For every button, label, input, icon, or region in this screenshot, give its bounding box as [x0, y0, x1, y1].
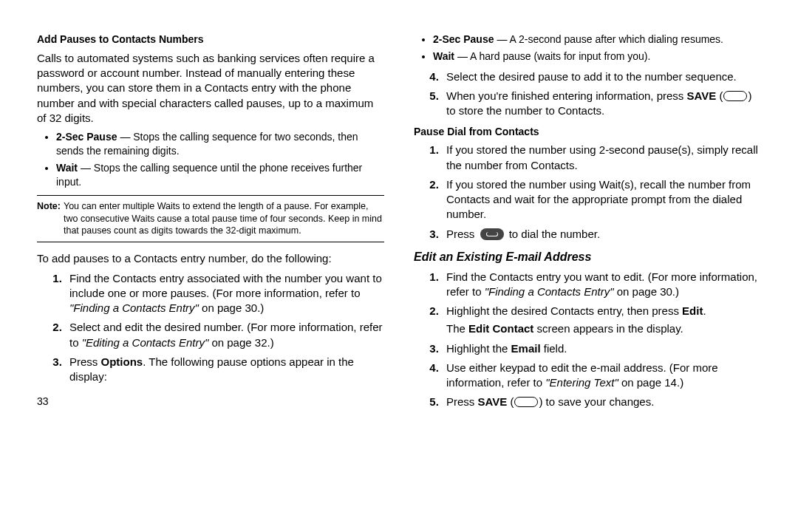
edit-contact-label: Edit Contact: [468, 322, 533, 335]
list-item: Select the desired pause to add it to th…: [442, 69, 761, 84]
list-item: Find the Contacts entry you want to edit…: [442, 270, 761, 300]
list-item: Press Options. The following pause optio…: [65, 355, 384, 385]
bullet-label: 2-Sec Pause: [433, 33, 494, 45]
list-item: Wait — Stops the calling sequence until …: [56, 161, 384, 189]
list-item: Highlight the Email field.: [442, 341, 761, 356]
right-column: 2-Sec Pause — A 2-second pause after whi…: [414, 33, 761, 416]
lead-sentence: To add pauses to a Contacts entry number…: [37, 251, 384, 266]
left-column: Add Pauses to Contacts Numbers Calls to …: [37, 33, 384, 416]
manual-page: Add Pauses to Contacts Numbers Calls to …: [0, 0, 798, 431]
sub-line: The Edit Contact screen appears in the d…: [446, 321, 761, 336]
add-pauses-steps-cont: Select the desired pause to add it to th…: [414, 69, 761, 119]
section-heading-edit-email: Edit an Existing E-mail Address: [414, 249, 761, 265]
pause-dial-steps: If you stored the number using 2-second …: [414, 143, 761, 242]
list-item: 2-Sec Pause — Stops the calling sequence…: [56, 130, 384, 158]
list-item: 2-Sec Pause — A 2-second pause after whi…: [433, 33, 761, 47]
softkey-icon: [514, 397, 538, 407]
section-heading-pause-dial: Pause Dial from Contacts: [414, 125, 761, 139]
list-item: Find the Contacts entry associated with …: [65, 271, 384, 316]
bullet-label: 2-Sec Pause: [56, 131, 117, 143]
note-text: You can enter multiple Waits to extend t…: [64, 200, 384, 238]
note-box: Note: You can enter multiple Waits to ex…: [37, 195, 384, 243]
page-number: 33: [37, 395, 384, 409]
pause-options-list: 2-Sec Pause — A 2-second pause after whi…: [414, 33, 761, 64]
bullet-text: — A hard pause (waits for input from you…: [454, 50, 650, 62]
note-label: Note:: [37, 200, 64, 238]
send-key-icon: [480, 228, 504, 240]
cross-ref: "Entering Text": [545, 376, 618, 389]
email-field-label: Email: [511, 342, 541, 355]
intro-paragraph: Calls to automated systems such as banki…: [37, 51, 384, 126]
bullet-label: Wait: [433, 50, 454, 62]
cross-ref: "Editing a Contacts Entry": [82, 336, 209, 349]
cross-ref: "Finding a Contacts Entry": [485, 285, 614, 298]
bullet-label: Wait: [56, 162, 78, 174]
options-label: Options: [101, 355, 143, 368]
list-item: If you stored the number using Wait(s), …: [442, 177, 761, 222]
list-item: Select and edit the desired number. (For…: [65, 320, 384, 350]
edit-email-steps: Find the Contacts entry you want to edit…: [414, 270, 761, 410]
list-item: Use either keypad to edit the e-mail add…: [442, 361, 761, 391]
list-item: Highlight the desired Contacts entry, th…: [442, 304, 761, 337]
bullet-text: — A 2-second pause after which dialing r…: [494, 33, 724, 45]
list-item: If you stored the number using 2-second …: [442, 143, 761, 173]
add-pauses-steps: Find the Contacts entry associated with …: [37, 271, 384, 385]
bullet-text: — Stops the calling sequence until the p…: [56, 162, 362, 188]
list-item: Wait — A hard pause (waits for input fro…: [433, 50, 761, 64]
softkey-icon: [723, 91, 747, 101]
save-label: SAVE: [478, 395, 508, 408]
pause-types-list: 2-Sec Pause — Stops the calling sequence…: [37, 130, 384, 189]
cross-ref: "Finding a Contacts Entry": [69, 301, 199, 314]
list-item: Press SAVE () to save your changes.: [442, 395, 761, 409]
list-item: When you're finished entering informatio…: [442, 89, 761, 119]
edit-label: Edit: [682, 304, 703, 317]
list-item: Press to dial the number.: [442, 227, 761, 242]
save-label: SAVE: [687, 89, 717, 102]
section-heading-add-pauses: Add Pauses to Contacts Numbers: [37, 33, 384, 47]
